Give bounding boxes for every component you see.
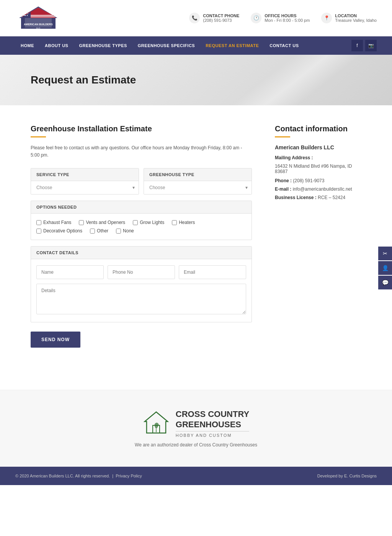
checkbox-row: Exhaust Fans Vents and Openers Grow Ligh… — [36, 220, 246, 234]
nav-bar: HOME ABOUT US GREENHOUSE TYPES GREENHOUS… — [0, 36, 392, 55]
heaters-checkbox[interactable] — [172, 220, 177, 225]
options-header: OPTIONS NEEDED — [31, 201, 252, 214]
checkbox-vents[interactable]: Vents and Openers — [79, 220, 125, 225]
form-intro: Please feel free to contact us with any … — [31, 144, 252, 159]
checkbox-exhaust-fans[interactable]: Exhaust Fans — [36, 220, 71, 225]
main-content: Greenhouse Installation Estimate Please … — [0, 105, 392, 367]
partner-section: CROSS COUNTRY GREENHOUSES HOBBY AND CUST… — [0, 390, 392, 467]
contact-phone-text: CONTACT PHONE (208) 591-9073 — [203, 13, 239, 23]
send-button[interactable]: SEND NOW — [31, 332, 80, 348]
top-bar: ★ ★ ★ ★ ★ AMERICAN BUILDERS LLC 📞 CONTAC… — [0, 0, 392, 36]
greenhouse-type-select[interactable]: Choose Hobby Custom Commercial — [144, 181, 252, 194]
exhaust-fans-checkbox[interactable] — [36, 220, 41, 225]
instagram-button[interactable]: 📷 — [365, 40, 377, 51]
top-contacts: 📞 CONTACT PHONE (208) 591-9073 🕐 OFFICE … — [189, 13, 377, 23]
contact-info-underline — [275, 136, 290, 137]
location-text: LOCATION Treasure Valley, Idaho — [335, 13, 377, 23]
checkbox-none[interactable]: None — [116, 228, 134, 234]
svg-text:LLC: LLC — [36, 27, 41, 29]
nav-greenhouse-specifics[interactable]: GREENHOUSE SPECIFICS — [132, 36, 200, 55]
contact-details-header: CONTACT DETAILS — [31, 247, 252, 259]
decorative-checkbox[interactable] — [36, 229, 41, 234]
contact-info-title: Contact information — [275, 124, 361, 133]
license-line: Business License : RCE – 52424 — [275, 195, 361, 200]
nav-greenhouse-types[interactable]: GREENHOUSE TYPES — [74, 36, 132, 55]
greenhouse-type-field: GREENHOUSE TYPE Choose Hobby Custom Comm… — [144, 168, 252, 194]
options-section: OPTIONS NEEDED Exhaust Fans Vents and Op… — [31, 201, 252, 240]
footer-left: © 2020 American Builders LLC. All rights… — [15, 474, 142, 478]
other-checkbox[interactable] — [90, 229, 95, 234]
footer-developer: Developed by E. Curtis Designs — [317, 474, 377, 478]
service-type-field: SERVICE TYPE Choose New Installation Rep… — [31, 168, 139, 194]
details-textarea[interactable] — [36, 284, 246, 314]
partner-logo-icon — [143, 410, 170, 437]
partner-description: We are an authorized dealer of Cross Cou… — [15, 442, 377, 448]
service-type-select[interactable]: Choose New Installation Repair Consultat… — [31, 181, 139, 194]
nav-contact[interactable]: CONTACT US — [264, 36, 304, 55]
side-widgets: ✂ 👤 💬 — [378, 247, 392, 289]
grow-lights-checkbox[interactable] — [133, 220, 138, 225]
office-hours-text: OFFICE HOURS Mon - Fri 8:00 - 5:00 pm — [265, 13, 310, 23]
logo: ★ ★ ★ ★ ★ AMERICAN BUILDERS LLC — [15, 5, 61, 31]
svg-text:★ ★ ★: ★ ★ ★ — [23, 13, 29, 15]
name-input[interactable] — [36, 265, 104, 279]
checkbox-decorative[interactable]: Decorative Options — [36, 228, 82, 234]
mailing-label: Mailing Address : — [275, 155, 361, 160]
nav-about[interactable]: ABOUT US — [39, 36, 74, 55]
contact-body — [31, 259, 252, 322]
contact-phone-item: 📞 CONTACT PHONE (208) 591-9073 — [189, 13, 239, 23]
greenhouse-type-select-wrapper: Choose Hobby Custom Commercial — [144, 181, 252, 194]
phone-icon: 📞 — [189, 13, 200, 23]
phone-input[interactable] — [108, 265, 175, 279]
logo-area: ★ ★ ★ ★ ★ AMERICAN BUILDERS LLC — [15, 5, 61, 31]
vents-checkbox[interactable] — [79, 220, 84, 225]
clock-icon: 🕐 — [251, 13, 261, 23]
widget-chat[interactable]: 💬 — [378, 276, 392, 289]
partner-name: CROSS COUNTRY GREENHOUSES — [176, 409, 249, 430]
none-checkbox[interactable] — [116, 229, 121, 234]
mailing-value: 16432 N Midland Blvd #96 Nampa, ID 83687 — [275, 163, 361, 174]
footer-copyright: © 2020 American Builders LLC. All rights… — [15, 474, 110, 478]
spacer — [0, 367, 392, 390]
widget-scissors[interactable]: ✂ — [378, 247, 392, 260]
partner-logo: CROSS COUNTRY GREENHOUSES HOBBY AND CUST… — [143, 409, 249, 438]
nav-request-estimate[interactable]: REQUEST AN ESTIMATE — [200, 36, 264, 55]
svg-text:AMERICAN BUILDERS: AMERICAN BUILDERS — [24, 23, 53, 26]
checkbox-heaters[interactable]: Heaters — [172, 220, 195, 225]
service-type-label: SERVICE TYPE — [31, 168, 139, 181]
location-icon: 📍 — [321, 13, 332, 23]
nav-home[interactable]: HOME — [15, 36, 39, 55]
location-item: 📍 LOCATION Treasure Valley, Idaho — [321, 13, 377, 23]
contact-section: CONTACT DETAILS — [31, 246, 252, 322]
company-name: American Builders LLC — [275, 144, 361, 150]
office-hours-item: 🕐 OFFICE HOURS Mon - Fri 8:00 - 5:00 pm — [251, 13, 310, 23]
phone-line: Phone : (208) 591-9073 — [275, 178, 361, 183]
form-title-underline — [31, 136, 46, 137]
type-fields-row: SERVICE TYPE Choose New Installation Rep… — [31, 168, 252, 194]
form-column: Greenhouse Installation Estimate Please … — [31, 124, 252, 348]
email-input[interactable] — [179, 265, 246, 279]
contact-fields-row — [36, 265, 246, 279]
contact-info-column: Contact information American Builders LL… — [275, 124, 361, 348]
privacy-policy-link[interactable]: Privacy Policy — [116, 474, 142, 478]
facebook-button[interactable]: f — [351, 40, 363, 51]
hero-section: Request an Estimate — [0, 55, 392, 105]
checkbox-grow-lights[interactable]: Grow Lights — [133, 220, 164, 225]
nav-social: f 📷 — [351, 40, 377, 51]
widget-user[interactable]: 👤 — [378, 261, 392, 275]
partner-sub: HOBBY AND CUSTOM — [176, 431, 249, 438]
nav-links: HOME ABOUT US GREENHOUSE TYPES GREENHOUS… — [15, 36, 304, 55]
email-line: E-mail : info@americanbuilderslIc.net — [275, 186, 361, 192]
greenhouse-type-label: GREENHOUSE TYPE — [144, 168, 252, 181]
partner-text: CROSS COUNTRY GREENHOUSES HOBBY AND CUST… — [176, 409, 249, 438]
checkbox-other[interactable]: Other — [90, 228, 108, 234]
options-body: Exhaust Fans Vents and Openers Grow Ligh… — [31, 214, 252, 240]
form-title: Greenhouse Installation Estimate — [31, 124, 252, 133]
page-title: Request an Estimate — [31, 74, 136, 86]
service-type-select-wrapper: Choose New Installation Repair Consultat… — [31, 181, 139, 194]
footer: © 2020 American Builders LLC. All rights… — [0, 467, 392, 485]
